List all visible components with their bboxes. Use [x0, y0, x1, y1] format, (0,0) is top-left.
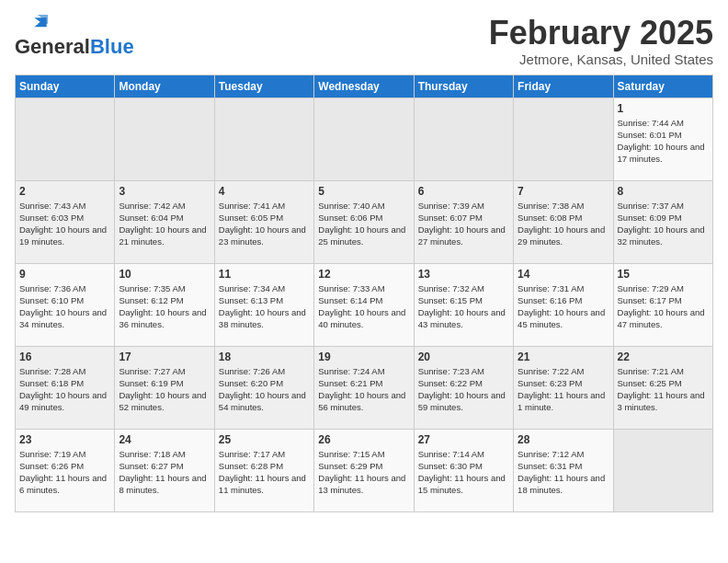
day-number: 1 [618, 102, 709, 115]
day-number: 12 [318, 268, 409, 281]
day-info: Sunrise: 7:27 AMSunset: 6:19 PMDaylight:… [119, 365, 210, 414]
title-block: February 2025 Jetmore, Kansas, United St… [489, 15, 713, 67]
day-info: Sunrise: 7:42 AMSunset: 6:04 PMDaylight:… [119, 200, 210, 248]
calendar-cell: 12Sunrise: 7:33 AMSunset: 6:14 PMDayligh… [314, 263, 414, 346]
day-number: 18 [219, 350, 310, 363]
header-wednesday: Wednesday [314, 75, 414, 98]
day-info: Sunrise: 7:29 AMSunset: 6:17 PMDaylight:… [618, 282, 709, 331]
calendar-cell: 26Sunrise: 7:15 AMSunset: 6:29 PMDayligh… [314, 429, 414, 511]
day-number: 11 [219, 268, 310, 281]
calendar-cell: 1Sunrise: 7:44 AMSunset: 6:01 PMDaylight… [613, 98, 712, 180]
day-info: Sunrise: 7:12 AMSunset: 6:31 PMDaylight:… [518, 448, 609, 497]
header-monday: Monday [115, 75, 214, 98]
day-number: 22 [618, 350, 709, 363]
calendar-week-1: 2Sunrise: 7:43 AMSunset: 6:03 PMDaylight… [16, 180, 713, 263]
day-info: Sunrise: 7:34 AMSunset: 6:13 PMDaylight:… [219, 282, 310, 331]
day-number: 20 [418, 350, 509, 363]
calendar-cell: 22Sunrise: 7:21 AMSunset: 6:25 PMDayligh… [613, 346, 712, 429]
logo-blue: Blue [90, 35, 134, 59]
day-info: Sunrise: 7:33 AMSunset: 6:14 PMDaylight:… [318, 282, 409, 331]
calendar-cell: 20Sunrise: 7:23 AMSunset: 6:22 PMDayligh… [414, 346, 513, 429]
day-info: Sunrise: 7:43 AMSunset: 6:03 PMDaylight:… [19, 200, 110, 248]
day-number: 19 [318, 350, 409, 363]
day-info: Sunrise: 7:39 AMSunset: 6:07 PMDaylight:… [418, 200, 509, 248]
day-info: Sunrise: 7:22 AMSunset: 6:23 PMDaylight:… [518, 365, 609, 414]
calendar-week-2: 9Sunrise: 7:36 AMSunset: 6:10 PMDaylight… [16, 263, 713, 346]
day-number: 2 [19, 185, 110, 198]
calendar-cell: 5Sunrise: 7:40 AMSunset: 6:06 PMDaylight… [314, 180, 414, 263]
page-header: General Blue February 2025 Jetmore, Kans… [15, 15, 713, 67]
day-info: Sunrise: 7:15 AMSunset: 6:29 PMDaylight:… [318, 448, 409, 497]
calendar-cell: 16Sunrise: 7:28 AMSunset: 6:18 PMDayligh… [16, 346, 115, 429]
day-info: Sunrise: 7:40 AMSunset: 6:06 PMDaylight:… [318, 200, 409, 248]
calendar-cell: 14Sunrise: 7:31 AMSunset: 6:16 PMDayligh… [514, 263, 613, 346]
day-info: Sunrise: 7:26 AMSunset: 6:20 PMDaylight:… [219, 365, 310, 414]
calendar-cell: 24Sunrise: 7:18 AMSunset: 6:27 PMDayligh… [115, 429, 214, 511]
day-info: Sunrise: 7:14 AMSunset: 6:30 PMDaylight:… [418, 448, 509, 497]
day-info: Sunrise: 7:24 AMSunset: 6:21 PMDaylight:… [318, 365, 409, 414]
day-info: Sunrise: 7:38 AMSunset: 6:08 PMDaylight:… [518, 200, 609, 248]
day-number: 3 [119, 185, 210, 198]
calendar-cell: 13Sunrise: 7:32 AMSunset: 6:15 PMDayligh… [414, 263, 513, 346]
calendar-cell: 28Sunrise: 7:12 AMSunset: 6:31 PMDayligh… [514, 429, 613, 511]
page-title: February 2025 [489, 15, 713, 52]
calendar-table: SundayMondayTuesdayWednesdayThursdayFrid… [15, 75, 713, 512]
day-number: 27 [418, 433, 509, 446]
logo: General Blue [15, 15, 134, 59]
logo-icon [15, 15, 48, 33]
day-number: 10 [119, 268, 210, 281]
day-number: 28 [518, 433, 609, 446]
logo-general: General [15, 35, 90, 59]
calendar-cell: 18Sunrise: 7:26 AMSunset: 6:20 PMDayligh… [214, 346, 313, 429]
day-number: 13 [418, 268, 509, 281]
day-info: Sunrise: 7:35 AMSunset: 6:12 PMDaylight:… [119, 282, 210, 331]
calendar-week-4: 23Sunrise: 7:19 AMSunset: 6:26 PMDayligh… [16, 429, 713, 511]
calendar-cell: 25Sunrise: 7:17 AMSunset: 6:28 PMDayligh… [214, 429, 313, 511]
calendar-cell: 17Sunrise: 7:27 AMSunset: 6:19 PMDayligh… [115, 346, 214, 429]
calendar-week-3: 16Sunrise: 7:28 AMSunset: 6:18 PMDayligh… [16, 346, 713, 429]
day-info: Sunrise: 7:41 AMSunset: 6:05 PMDaylight:… [219, 200, 310, 248]
day-number: 26 [318, 433, 409, 446]
calendar-cell: 6Sunrise: 7:39 AMSunset: 6:07 PMDaylight… [414, 180, 513, 263]
day-info: Sunrise: 7:36 AMSunset: 6:10 PMDaylight:… [19, 282, 110, 331]
calendar-cell [613, 429, 712, 511]
day-info: Sunrise: 7:19 AMSunset: 6:26 PMDaylight:… [19, 448, 110, 497]
calendar-cell: 10Sunrise: 7:35 AMSunset: 6:12 PMDayligh… [115, 263, 214, 346]
calendar-header-row: SundayMondayTuesdayWednesdayThursdayFrid… [16, 75, 713, 98]
calendar-cell [514, 98, 613, 180]
calendar-cell: 19Sunrise: 7:24 AMSunset: 6:21 PMDayligh… [314, 346, 414, 429]
calendar-cell: 23Sunrise: 7:19 AMSunset: 6:26 PMDayligh… [16, 429, 115, 511]
day-info: Sunrise: 7:31 AMSunset: 6:16 PMDaylight:… [518, 282, 609, 331]
header-tuesday: Tuesday [214, 75, 313, 98]
calendar-cell: 3Sunrise: 7:42 AMSunset: 6:04 PMDaylight… [115, 180, 214, 263]
day-number: 21 [518, 350, 609, 363]
day-number: 5 [318, 185, 409, 198]
calendar-cell: 2Sunrise: 7:43 AMSunset: 6:03 PMDaylight… [16, 180, 115, 263]
day-number: 23 [19, 433, 110, 446]
page-subtitle: Jetmore, Kansas, United States [489, 52, 713, 67]
day-info: Sunrise: 7:44 AMSunset: 6:01 PMDaylight:… [618, 117, 709, 166]
day-number: 6 [418, 185, 509, 198]
day-info: Sunrise: 7:17 AMSunset: 6:28 PMDaylight:… [219, 448, 310, 497]
day-number: 8 [618, 185, 709, 198]
day-info: Sunrise: 7:28 AMSunset: 6:18 PMDaylight:… [19, 365, 110, 414]
calendar-cell [115, 98, 214, 180]
day-info: Sunrise: 7:37 AMSunset: 6:09 PMDaylight:… [618, 200, 709, 248]
day-number: 15 [618, 268, 709, 281]
day-info: Sunrise: 7:23 AMSunset: 6:22 PMDaylight:… [418, 365, 509, 414]
calendar-cell: 9Sunrise: 7:36 AMSunset: 6:10 PMDaylight… [16, 263, 115, 346]
calendar-cell: 27Sunrise: 7:14 AMSunset: 6:30 PMDayligh… [414, 429, 513, 511]
day-info: Sunrise: 7:18 AMSunset: 6:27 PMDaylight:… [119, 448, 210, 497]
calendar-cell [214, 98, 313, 180]
header-friday: Friday [514, 75, 613, 98]
calendar-cell [16, 98, 115, 180]
calendar-cell: 11Sunrise: 7:34 AMSunset: 6:13 PMDayligh… [214, 263, 313, 346]
day-number: 9 [19, 268, 110, 281]
calendar-cell: 21Sunrise: 7:22 AMSunset: 6:23 PMDayligh… [514, 346, 613, 429]
calendar-week-0: 1Sunrise: 7:44 AMSunset: 6:01 PMDaylight… [16, 98, 713, 180]
day-number: 17 [119, 350, 210, 363]
day-number: 14 [518, 268, 609, 281]
day-number: 16 [19, 350, 110, 363]
header-thursday: Thursday [414, 75, 513, 98]
calendar-cell [314, 98, 414, 180]
